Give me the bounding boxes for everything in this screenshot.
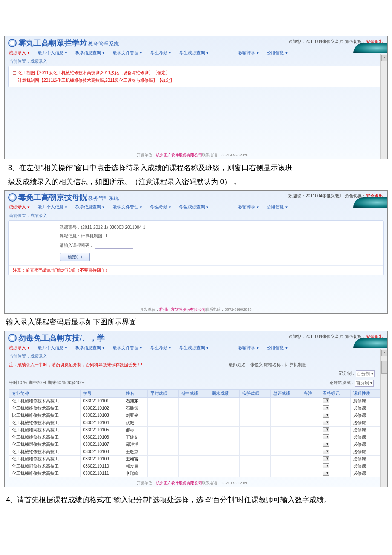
menu-grade-query[interactable]: 学生成绩查询 bbox=[179, 50, 209, 56]
grade-input-cell[interactable] bbox=[209, 434, 240, 441]
grade-input-cell[interactable] bbox=[179, 462, 209, 470]
grade-input-cell[interactable] bbox=[209, 462, 240, 470]
grade-input-cell[interactable] bbox=[270, 412, 301, 419]
grade-input-cell[interactable] bbox=[270, 397, 301, 405]
row-flag-select[interactable] bbox=[323, 413, 329, 418]
grade-input-cell[interactable] bbox=[179, 441, 209, 448]
grade-input-cell[interactable] bbox=[239, 405, 270, 412]
grade-input-cell[interactable] bbox=[148, 405, 179, 412]
menu-public-info[interactable]: 公用信息 bbox=[267, 345, 288, 351]
grade-input-cell[interactable] bbox=[270, 419, 301, 426]
scroll-up-icon[interactable]: ▴ bbox=[381, 350, 387, 356]
menu-evaluation[interactable]: 教辅评学 bbox=[238, 345, 259, 351]
grade-input-cell[interactable] bbox=[209, 426, 240, 434]
grade-input-cell[interactable] bbox=[270, 448, 301, 455]
menu-grade-query[interactable]: 学生成绩查询 bbox=[179, 204, 209, 210]
grade-input-cell[interactable] bbox=[209, 448, 240, 455]
grade-input-cell[interactable] bbox=[239, 462, 270, 470]
grade-input-cell[interactable] bbox=[209, 441, 240, 448]
grade-input-cell[interactable] bbox=[209, 412, 240, 419]
menu-teach-files[interactable]: 教学文件管理 bbox=[113, 50, 143, 56]
grade-input-cell[interactable] bbox=[148, 470, 179, 477]
row-flag-select[interactable] bbox=[323, 427, 329, 432]
grade-input-cell[interactable] bbox=[209, 470, 240, 477]
grade-input-cell[interactable] bbox=[148, 426, 179, 434]
menu-teach-query[interactable]: 教学信息查询 bbox=[75, 345, 105, 351]
grade-input-cell[interactable] bbox=[270, 441, 301, 448]
menu-teach-files[interactable]: 教学文件管理 bbox=[113, 345, 143, 351]
grade-input-cell[interactable] bbox=[179, 405, 209, 412]
row-flag-select[interactable] bbox=[323, 456, 329, 461]
grade-input-cell[interactable] bbox=[239, 434, 270, 441]
grade-input-cell[interactable] bbox=[148, 448, 179, 455]
row-flag-select[interactable] bbox=[323, 398, 329, 403]
row-flag-select[interactable] bbox=[323, 405, 329, 410]
grade-input-cell[interactable] bbox=[301, 462, 320, 470]
row-flag-select[interactable] bbox=[323, 449, 329, 454]
grade-input-cell[interactable] bbox=[301, 419, 320, 426]
grade-input-cell[interactable] bbox=[209, 455, 240, 462]
grade-input-cell[interactable] bbox=[148, 419, 179, 426]
grade-input-cell[interactable] bbox=[239, 397, 270, 405]
grade-input-cell[interactable] bbox=[301, 448, 320, 455]
menu-grade-query[interactable]: 学生成绩查询 bbox=[179, 345, 209, 351]
menu-attendance[interactable]: 学生考勤 bbox=[150, 204, 172, 210]
grade-input-cell[interactable] bbox=[301, 470, 320, 477]
menu-teach-query[interactable]: 教学信息查询 bbox=[75, 50, 105, 56]
grade-input-cell[interactable] bbox=[270, 434, 301, 441]
grade-input-cell[interactable] bbox=[270, 426, 301, 434]
course-password-input[interactable] bbox=[95, 242, 133, 249]
grade-input-cell[interactable] bbox=[179, 419, 209, 426]
scroll-thumb[interactable] bbox=[381, 361, 387, 374]
grade-input-cell[interactable] bbox=[301, 426, 320, 434]
grade-input-cell[interactable] bbox=[301, 434, 320, 441]
menu-public-info[interactable]: 公用信息 bbox=[267, 204, 288, 210]
grade-input-cell[interactable] bbox=[270, 405, 301, 412]
grade-input-cell[interactable] bbox=[209, 405, 240, 412]
row-flag-select[interactable] bbox=[323, 471, 329, 476]
grade-input-cell[interactable] bbox=[179, 397, 209, 405]
grade-input-cell[interactable] bbox=[179, 470, 209, 477]
grade-input-cell[interactable] bbox=[301, 441, 320, 448]
menu-public-info[interactable]: 公用信息 bbox=[267, 50, 288, 56]
grade-input-cell[interactable] bbox=[179, 434, 209, 441]
grade-input-cell[interactable] bbox=[209, 397, 240, 405]
confirm-button[interactable]: 确定(E) bbox=[60, 253, 90, 261]
grade-input-cell[interactable] bbox=[179, 412, 209, 419]
row-flag-select[interactable] bbox=[323, 463, 329, 468]
grade-input-cell[interactable] bbox=[270, 455, 301, 462]
grade-input-cell[interactable] bbox=[148, 412, 179, 419]
menu-evaluation[interactable]: 教辅评学 bbox=[238, 50, 259, 56]
grade-input-cell[interactable] bbox=[148, 434, 179, 441]
grade-input-cell[interactable] bbox=[179, 426, 209, 434]
grade-input-cell[interactable] bbox=[270, 462, 301, 470]
grade-input-cell[interactable] bbox=[209, 419, 240, 426]
course-link-2[interactable]: 计算机制图【2011级化工机械维修技术高技班,2011级化工设备与维修班】【镇定… bbox=[13, 77, 379, 84]
grade-input-cell[interactable] bbox=[148, 462, 179, 470]
menu-teacher-info[interactable]: 教师个人信息 bbox=[38, 50, 68, 56]
scrollbar[interactable]: ▴ bbox=[380, 54, 387, 159]
row-flag-select[interactable] bbox=[323, 434, 329, 439]
grade-input-cell[interactable] bbox=[239, 448, 270, 455]
scroll-up-icon[interactable]: ▴ bbox=[381, 55, 387, 61]
menu-evaluation[interactable]: 教辅评学 bbox=[238, 204, 259, 210]
scoring-mode-select[interactable]: 百分制 ▾ bbox=[356, 370, 375, 377]
grade-input-cell[interactable] bbox=[270, 470, 301, 477]
scrollbar[interactable]: ▴ bbox=[380, 349, 387, 487]
grade-input-cell[interactable] bbox=[179, 455, 209, 462]
menu-score-entry[interactable]: 成绩录入 bbox=[9, 204, 30, 210]
grade-input-cell[interactable] bbox=[301, 412, 320, 419]
row-flag-select[interactable] bbox=[323, 442, 329, 447]
grade-input-cell[interactable] bbox=[239, 455, 270, 462]
menu-score-entry[interactable]: 成绩录入 bbox=[9, 50, 30, 56]
grade-input-cell[interactable] bbox=[239, 412, 270, 419]
menu-teacher-info[interactable]: 教师个人信息 bbox=[38, 345, 68, 351]
grade-input-cell[interactable] bbox=[239, 419, 270, 426]
menu-teacher-info[interactable]: 教师个人信息 bbox=[38, 204, 68, 210]
grade-input-cell[interactable] bbox=[148, 441, 179, 448]
total-convert-select[interactable]: 百分制 ▾ bbox=[355, 380, 374, 387]
grade-input-cell[interactable] bbox=[148, 397, 179, 405]
grade-input-cell[interactable] bbox=[148, 455, 179, 462]
course-link-1[interactable]: 化工制图【2011级化工机械维修技术高技班,2011级化工设备与维修班】【镇定】 bbox=[13, 69, 379, 77]
grade-input-cell[interactable] bbox=[179, 448, 209, 455]
